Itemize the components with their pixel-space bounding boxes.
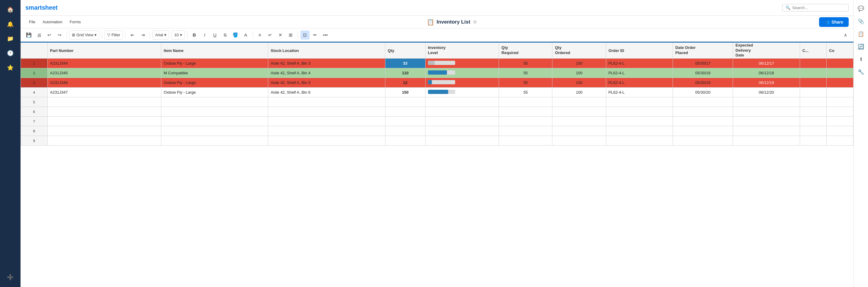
cell-exp[interactable] [733, 117, 800, 126]
star-icon[interactable]: ☆ [473, 19, 477, 25]
cell-exp[interactable]: 06/12/19 [733, 78, 800, 88]
cell-orderid[interactable] [606, 117, 673, 126]
cell-stock[interactable] [268, 136, 385, 146]
cell-qty[interactable] [385, 97, 425, 107]
cell-part[interactable]: A231J347 [48, 88, 161, 97]
cell-req[interactable]: 55 [499, 68, 552, 78]
cell-orderid[interactable]: PL62-4-L [606, 88, 673, 97]
cell-inv[interactable] [425, 59, 499, 68]
cell-part[interactable]: A231J345 [48, 68, 161, 78]
cell-item[interactable]: Oxbow Fly - Large [161, 59, 268, 68]
indent-decrease-button[interactable]: ⇤ [128, 30, 137, 39]
cell-date[interactable]: 05/30/20 [673, 88, 733, 97]
view-selector[interactable]: ⊞ Grid View ▾ [69, 30, 99, 39]
cell-exp[interactable]: 06/12/20 [733, 88, 800, 97]
cell-item[interactable]: M Compatible [161, 68, 268, 78]
cell-co[interactable] [827, 97, 854, 107]
cell-co[interactable] [827, 126, 854, 136]
cell-item[interactable] [161, 117, 268, 126]
comments-icon[interactable]: 💬 [856, 3, 867, 14]
cell-orderid[interactable]: PL62-4-L [606, 59, 673, 68]
cell-exp[interactable] [733, 136, 800, 146]
cell-exp[interactable] [733, 97, 800, 107]
print-button[interactable]: 🖨 [34, 30, 43, 39]
cell-qty[interactable]: 33 [385, 59, 425, 68]
cell-part[interactable]: A231J344 [48, 59, 161, 68]
clear-format-button[interactable]: ✕ [276, 30, 285, 39]
cell-co[interactable] [827, 117, 854, 126]
share-button[interactable]: 👥 Share [819, 17, 849, 27]
settings-icon[interactable]: 🔧 [856, 66, 867, 77]
cell-stock[interactable]: Aisle 42, Shelf A, Bin 6 [268, 88, 385, 97]
cell-date[interactable]: 05/30/18 [673, 68, 733, 78]
cell-date[interactable] [673, 97, 733, 107]
redo-button[interactable]: ↪ [55, 30, 64, 39]
cell-qty[interactable]: 12 [385, 78, 425, 88]
cell-inv[interactable] [425, 68, 499, 78]
cell-stock[interactable] [268, 117, 385, 126]
cell-item[interactable]: Oxbow Fly - Large [161, 88, 268, 97]
cell-stock[interactable] [268, 97, 385, 107]
bold-button[interactable]: B [190, 30, 199, 39]
menu-automation[interactable]: Automation [39, 17, 66, 27]
cell-ord[interactable]: 100 [552, 68, 606, 78]
cell-orderid[interactable]: PL62-4-L [606, 78, 673, 88]
cell-c[interactable] [800, 88, 827, 97]
cell-part[interactable]: A231J346 [48, 78, 161, 88]
cell-item[interactable]: Oxbow Fly - Large [161, 78, 268, 88]
strikethrough-button[interactable]: S [221, 30, 230, 39]
grid-view-button[interactable]: ⊡ [301, 30, 310, 39]
sidebar-history-icon[interactable]: 🕐 [4, 47, 16, 59]
cell-orderid[interactable] [606, 97, 673, 107]
cell-req[interactable] [499, 97, 552, 107]
collapse-button[interactable]: ∧ [841, 30, 850, 39]
cell-inv[interactable] [425, 117, 499, 126]
format-button[interactable]: ⊞ [286, 30, 296, 39]
cell-req[interactable]: 55 [499, 59, 552, 68]
undo-button[interactable]: ↩ [45, 30, 54, 39]
cell-qty[interactable] [385, 126, 425, 136]
cell-c[interactable] [800, 78, 827, 88]
cell-req[interactable] [499, 136, 552, 146]
cell-c[interactable] [800, 97, 827, 107]
cell-exp[interactable] [733, 126, 800, 136]
cell-ord[interactable] [552, 107, 606, 117]
sidebar-add-icon[interactable]: ➕ [4, 271, 16, 283]
cell-inv[interactable] [425, 136, 499, 146]
cell-ord[interactable] [552, 126, 606, 136]
cell-co[interactable] [827, 78, 854, 88]
cell-req[interactable] [499, 117, 552, 126]
cell-c[interactable] [800, 107, 827, 117]
cell-co[interactable] [827, 136, 854, 146]
cell-item[interactable] [161, 136, 268, 146]
align-button[interactable]: ≡ [255, 30, 265, 39]
activity-icon[interactable]: 🔄 [856, 41, 867, 52]
cell-stock[interactable]: Aisle 42, Shelf A, Bin 3 [268, 59, 385, 68]
size-selector[interactable]: 10 ▾ [172, 30, 185, 39]
cell-c[interactable] [800, 59, 827, 68]
cell-stock[interactable]: Aisle 42, Shelf A, Bin 5 [268, 78, 385, 88]
cell-part[interactable] [48, 117, 161, 126]
more-button[interactable]: ••• [321, 30, 330, 39]
cell-stock[interactable] [268, 107, 385, 117]
cell-co[interactable] [827, 107, 854, 117]
cell-inv[interactable] [425, 107, 499, 117]
cell-item[interactable] [161, 107, 268, 117]
cell-exp[interactable]: 06/12/18 [733, 68, 800, 78]
search-input[interactable] [792, 5, 840, 10]
cell-qty[interactable] [385, 117, 425, 126]
cell-inv[interactable] [425, 88, 499, 97]
cell-ord[interactable] [552, 136, 606, 146]
cell-exp[interactable]: 06/12/17 [733, 59, 800, 68]
font-selector[interactable]: Arial ▾ [153, 30, 169, 39]
cell-qty[interactable]: 150 [385, 88, 425, 97]
cell-orderid[interactable]: PL62-4-L [606, 68, 673, 78]
cell-date[interactable] [673, 136, 733, 146]
cell-req[interactable] [499, 126, 552, 136]
italic-button[interactable]: I [200, 30, 209, 39]
cell-co[interactable] [827, 88, 854, 97]
edit-button[interactable]: ✏ [311, 30, 320, 39]
cell-ord[interactable]: 100 [552, 88, 606, 97]
wrap-button[interactable]: ↵ [266, 30, 275, 39]
cell-ord[interactable] [552, 117, 606, 126]
